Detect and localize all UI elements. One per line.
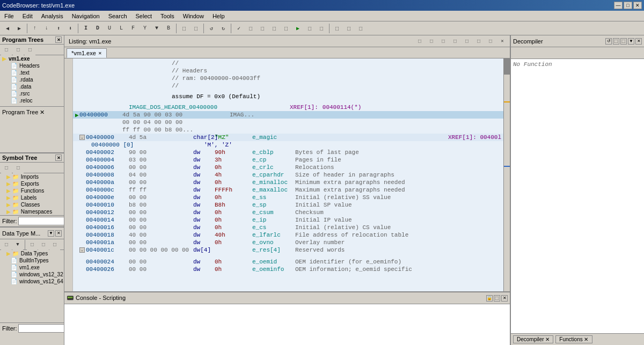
forward-button[interactable]: ▶: [14, 23, 25, 34]
listing-btn-7[interactable]: ⬚: [485, 36, 496, 47]
menu-analysis[interactable]: Analysis: [37, 12, 68, 20]
minimize-button[interactable]: —: [614, 2, 623, 9]
tree-toolbar-btn-1[interactable]: ⬚: [1, 45, 12, 55]
asm-row-00400000[interactable]: ▶ 00400000 4d 5a 90 00 03 00 IMAG...: [73, 111, 503, 119]
asm-row-00400014[interactable]: 00400014 00 00 dw 0h e_ip Initial IP val…: [73, 216, 503, 224]
dt-item-builtin[interactable]: 📄 BuiltInTypes: [0, 257, 64, 264]
listing-close[interactable]: ✕: [497, 36, 508, 47]
collapse-btn-1[interactable]: -: [79, 135, 85, 140]
back-button[interactable]: ◀: [2, 23, 13, 34]
decompiler-btn-3[interactable]: ⬚: [620, 38, 627, 45]
menu-select[interactable]: Select: [131, 12, 157, 20]
menu-file[interactable]: File: [0, 12, 18, 20]
dt-item-win64[interactable]: 📄 windows_vs12_64: [0, 278, 64, 285]
asm-row-0040001a[interactable]: 0040001a 00 00 dw 0h e_ovno Overlay numb…: [73, 239, 503, 246]
toolbar-btn-18[interactable]: ⬚: [245, 23, 256, 34]
tree-toolbar-btn-2[interactable]: ⬚: [13, 45, 24, 55]
asm-row-00400018[interactable]: 00400018 40 00 dw 40h e_lfarlc File addr…: [73, 231, 503, 239]
program-trees-close[interactable]: ✕: [55, 36, 62, 43]
listing-btn-1[interactable]: ⬚: [414, 36, 425, 47]
toolbar-btn-16[interactable]: ↻: [218, 23, 229, 34]
asm-row-0040000a[interactable]: 0040000a 00 00 dw 0h e_minalloc Minimum …: [73, 179, 503, 186]
menu-edit[interactable]: Edit: [18, 12, 37, 20]
sym-item-functions[interactable]: ▶ 📁 Functions: [0, 187, 64, 194]
toolbar-btn-1[interactable]: ↑: [30, 23, 40, 34]
decompiler-tab-functions[interactable]: Functions ✕: [555, 335, 592, 343]
asm-row-00400010[interactable]: 00400010 b8 00 dw B8h e_sp Initial SP va…: [73, 201, 503, 209]
toolbar-btn-10[interactable]: Y: [140, 23, 150, 34]
tree-item-text[interactable]: 📄 .text: [0, 69, 64, 76]
tree-item-data[interactable]: 📄 .data: [0, 83, 64, 90]
symbol-filter-input[interactable]: [18, 217, 64, 225]
asm-row-00400002[interactable]: 00400002 90 00 dw 90h e_cblp Bytes of la…: [73, 149, 503, 156]
toolbar-btn-20[interactable]: ⬚: [269, 23, 280, 34]
sym-item-namespaces[interactable]: ▶ 📁 Namespaces: [0, 208, 64, 215]
data-type-dropdown[interactable]: ▼: [48, 230, 54, 237]
toolbar-btn-21[interactable]: ⬚: [281, 23, 291, 34]
listing-btn-5[interactable]: ⬚: [462, 36, 472, 47]
toolbar-btn-8[interactable]: L: [116, 23, 127, 34]
maximize-button[interactable]: □: [624, 2, 632, 9]
sym-item-labels[interactable]: ▶ 📁 Labels: [0, 194, 64, 201]
listing-scrollbar[interactable]: [503, 58, 510, 291]
menu-window[interactable]: Window: [179, 12, 208, 20]
toolbar-btn-19[interactable]: ⬚: [257, 23, 268, 34]
sym-item-classes[interactable]: ▶ 📁 Classes: [0, 201, 64, 208]
toolbar-btn-7[interactable]: U: [104, 23, 115, 34]
asm-row-magic[interactable]: - 00400000 4d 5a char[2] "MZ" e_magic XR…: [73, 134, 503, 141]
collapse-btn-2[interactable]: -: [79, 247, 85, 253]
toolbar-btn-5[interactable]: I: [80, 23, 91, 34]
decompiler-btn-1[interactable]: ↺: [605, 38, 612, 45]
dt-btn-5[interactable]: ⬚: [49, 239, 60, 250]
asm-row-0040000e[interactable]: 0040000e 00 00 dw 0h e_ss Initial (relat…: [73, 194, 503, 201]
asm-row-00400008[interactable]: 00400008 04 00 dw 4h e_cparhdr Size of h…: [73, 171, 503, 179]
listing-tab-vm1[interactable]: *vm1.exe ✕: [67, 48, 107, 58]
asm-row-00400026[interactable]: 00400026 00 00 dw 0h e_oeminfo OEM infor…: [73, 266, 503, 273]
toolbar-btn-13[interactable]: ⬚: [179, 23, 189, 34]
close-button[interactable]: ✕: [633, 2, 642, 9]
toolbar-btn-27[interactable]: ⬚: [355, 23, 366, 34]
toolbar-btn-17[interactable]: ✓: [233, 23, 244, 34]
asm-row-00400016[interactable]: 00400016 00 00 dw 0h e_cs Initial (relat…: [73, 224, 503, 231]
asm-row-0040001c[interactable]: - 0040001c 00 00 00 00 00 00 dw[4] e_res…: [73, 246, 503, 254]
tree-item-rdata[interactable]: 📄 .rdata: [0, 76, 64, 83]
listing-content[interactable]: // // Headers // ram: 00400000-004003ff …: [73, 58, 503, 291]
dt-filter-input[interactable]: [18, 324, 64, 333]
listing-btn-2[interactable]: ⬚: [426, 36, 437, 47]
toolbar-btn-11[interactable]: ▼: [151, 23, 162, 34]
decompiler-dropdown[interactable]: ▼: [628, 38, 634, 45]
decompiler-close[interactable]: ✕: [635, 38, 642, 45]
toolbar-btn-25[interactable]: ⬚: [332, 23, 342, 34]
toolbar-btn-26[interactable]: ⬚: [343, 23, 354, 34]
toolbar-btn-24[interactable]: ⬚: [316, 23, 327, 34]
console-content[interactable]: [64, 304, 510, 345]
asm-row-0040000c[interactable]: 0040000c ff ff dw FFFFh e_maxalloc Maxim…: [73, 186, 503, 194]
menu-navigation[interactable]: Navigation: [68, 12, 104, 20]
toolbar-btn-23[interactable]: ⬚: [304, 23, 315, 34]
listing-btn-6[interactable]: ⬚: [473, 36, 484, 47]
toolbar-btn-2[interactable]: ↓: [41, 23, 52, 34]
scrollbar-thumb[interactable]: [504, 58, 510, 75]
dt-btn-4[interactable]: ⬚: [38, 239, 49, 250]
toolbar-btn-14[interactable]: ⬚: [191, 23, 201, 34]
toolbar-btn-15[interactable]: ↺: [206, 23, 217, 34]
tree-toolbar-btn-3[interactable]: ⬚: [25, 45, 35, 55]
sym-toolbar-btn-1[interactable]: ⬚: [1, 163, 12, 173]
tree-item-headers[interactable]: 📄 Headers: [0, 62, 64, 69]
dt-item-datatypes[interactable]: ▶ 📁 Data Types: [0, 250, 64, 257]
toolbar-btn-6[interactable]: D: [92, 23, 103, 34]
dt-item-win32[interactable]: 📄 windows_vs12_32: [0, 271, 64, 278]
console-lock[interactable]: 🔒: [486, 295, 493, 302]
toolbar-btn-9[interactable]: F: [128, 23, 138, 34]
decompiler-tab-decompiler[interactable]: Decompiler ✕: [513, 335, 553, 343]
dt-item-vm1[interactable]: 📄 vm1.exe: [0, 264, 64, 271]
symbol-tree-close[interactable]: ✕: [55, 155, 62, 161]
sym-toolbar-btn-2[interactable]: ⬚: [13, 163, 24, 173]
toolbar-btn-4[interactable]: ⬇: [65, 23, 76, 34]
sym-item-imports[interactable]: ▶ 📁 Imports: [0, 173, 64, 180]
data-type-close[interactable]: ✕: [55, 230, 62, 237]
decompiler-btn-2[interactable]: ⬚: [613, 38, 619, 45]
tree-root[interactable]: ▶ vm1.exe: [0, 55, 64, 62]
asm-row-00400024[interactable]: 00400024 00 00 dw 0h e_oemid OEM identif…: [73, 258, 503, 266]
toolbar-btn-12[interactable]: B: [163, 23, 174, 34]
